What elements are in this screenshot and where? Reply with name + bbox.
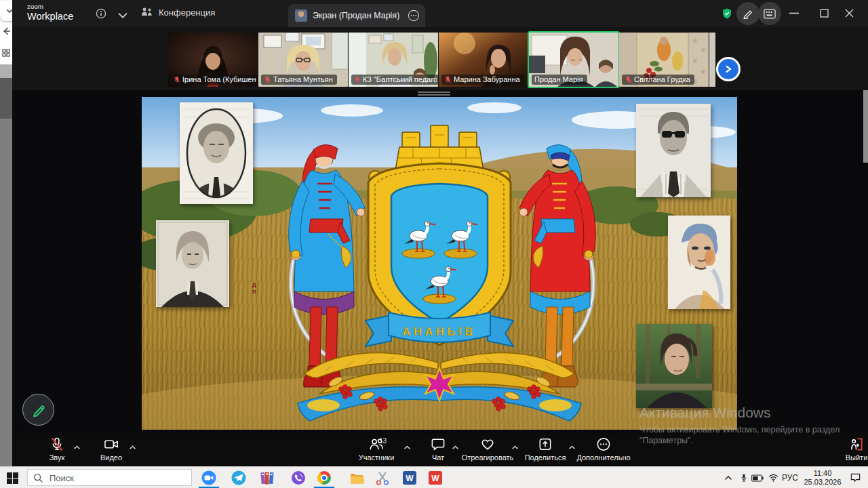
strip-resize-handle[interactable] <box>418 92 450 93</box>
shared-screen-image: АНАНЬІВ <box>142 97 737 430</box>
apps-grid-button[interactable] <box>758 2 781 25</box>
tab-avatar <box>295 9 307 22</box>
participant-label: Татьяна Мунтьян <box>261 75 337 85</box>
video-strip: Ірина Тома (Кубишен… Татьяна Мунтьян <box>12 27 868 90</box>
screen: zoom Workplace Конференция Экран (Продан… <box>0 0 868 488</box>
video-tile-partial[interactable] <box>709 33 715 87</box>
mic-muted-icon <box>625 76 632 83</box>
mic-muted-icon <box>444 76 452 83</box>
emblem-city-name: АНАНЬІВ <box>403 326 477 338</box>
participant-label: Світлана Грудка <box>622 75 694 85</box>
newspaper-fragment: дп <box>252 281 256 295</box>
meeting-toolbar: Звук Видео 13 Участники Чат Отреагироват… <box>12 434 868 466</box>
background-window-edge <box>0 0 12 466</box>
tray-time: 11:40 <box>814 469 832 478</box>
keyboard-icon <box>764 9 776 19</box>
maximize-button[interactable] <box>820 9 829 18</box>
mic-muted-icon <box>174 76 180 83</box>
leave-button[interactable]: Выйти <box>819 436 868 462</box>
participants-icon <box>141 7 153 18</box>
taskbar-word-icon[interactable]: W <box>402 470 417 485</box>
participants-count: 13 <box>379 437 387 445</box>
portrait-oval-man <box>180 102 253 204</box>
mic-muted-icon <box>354 76 361 83</box>
taskbar-search[interactable] <box>27 469 192 486</box>
action-center-icon[interactable] <box>848 467 863 488</box>
taskbar-scissors-icon[interactable] <box>375 470 390 485</box>
participant-label: Продан Марія <box>532 75 587 85</box>
more-ellipsis-icon <box>595 436 612 452</box>
word-letter: W <box>406 474 414 483</box>
tray-language[interactable]: РУС <box>780 467 800 488</box>
zoom-titlebar: zoom Workplace Конференция Экран (Продан… <box>12 0 868 27</box>
annotate-toolbar-button[interactable] <box>736 2 760 25</box>
tray-battery-icon[interactable] <box>750 467 765 488</box>
tab-more-icon[interactable] <box>408 9 420 22</box>
taskbar-zoom-icon[interactable] <box>201 470 216 485</box>
minimize-button[interactable] <box>789 12 799 14</box>
participant-label: КЗ "Балтський педаго… <box>351 75 438 85</box>
leave-label: Выйти <box>819 453 868 462</box>
tray-date: 25.03.2026 <box>804 478 841 487</box>
video-tile-kz[interactable]: КЗ "Балтський педаго… <box>349 33 438 87</box>
tray-wifi-icon[interactable] <box>766 467 780 488</box>
close-button[interactable] <box>845 9 854 18</box>
participant-label: Ірина Тома (Кубишен… <box>171 75 258 85</box>
tray-chevron-up[interactable] <box>722 467 735 488</box>
tray-clock[interactable]: 11:40 25.03.2026 <box>802 467 844 488</box>
heart-icon <box>479 436 496 452</box>
video-tile-prodan[interactable]: Продан Марія <box>529 33 618 87</box>
video-tile-irina[interactable]: Ірина Тома (Кубишен… <box>168 33 258 87</box>
taskbar-wps-icon[interactable]: W <box>428 470 443 485</box>
pencil-icon <box>32 403 45 417</box>
tab-conference[interactable]: Конференция <box>141 7 215 18</box>
mic-muted-icon <box>264 76 271 83</box>
taskbar-chrome-icon[interactable] <box>317 470 332 485</box>
share-screen-icon <box>537 436 553 452</box>
zoom-workplace-logo: zoom Workplace <box>27 3 73 21</box>
windows-taskbar: W W РУС 11:40 25.03.2026 <box>0 466 868 488</box>
taskbar-viber-icon[interactable] <box>291 470 306 485</box>
start-button[interactable] <box>7 472 18 484</box>
taskbar-winrar-icon[interactable] <box>260 470 275 485</box>
tray-mic-icon[interactable] <box>738 467 750 488</box>
pencil-icon <box>743 8 754 20</box>
video-button[interactable]: Видео <box>74 436 149 462</box>
portrait-young-man <box>156 220 229 307</box>
video-tile-tatyana[interactable]: Татьяна Мунтьян <box>258 33 348 87</box>
more-button[interactable]: Дополнительно <box>566 436 641 462</box>
brand-workplace: Workplace <box>27 12 73 22</box>
portrait-elderly-woman <box>636 324 712 408</box>
tab-screen-share[interactable]: Экран (Продан Марія) <box>288 4 425 27</box>
chat-icon <box>430 436 446 452</box>
brand-zoom: zoom <box>27 3 73 10</box>
search-icon <box>33 473 43 483</box>
portrait-man-sunglasses <box>636 104 711 197</box>
annotate-pencil-button[interactable] <box>22 394 54 426</box>
leave-meeting-icon <box>848 436 865 452</box>
video-label: Видео <box>74 453 149 462</box>
chevron-down-icon[interactable] <box>117 10 128 21</box>
taskbar-telegram-icon[interactable] <box>231 470 246 485</box>
portrait-watercolor-man <box>668 216 730 309</box>
tab-conference-label: Конференция <box>159 7 215 18</box>
camera-icon <box>103 436 119 452</box>
video-tile-svitlana[interactable]: Світлана Грудка <box>619 33 709 87</box>
next-participants-button[interactable] <box>716 57 741 81</box>
chevron-right-icon <box>725 65 732 73</box>
video-options-caret[interactable] <box>129 441 137 447</box>
more-label: Дополнительно <box>566 453 641 462</box>
taskbar-explorer-icon[interactable] <box>349 470 364 485</box>
tab-screen-label: Экран (Продан Марія) <box>313 11 408 20</box>
wps-letter: W <box>431 474 439 483</box>
security-shield-icon[interactable] <box>721 7 733 20</box>
grid-icon[interactable] <box>2 49 10 57</box>
info-icon[interactable] <box>96 8 106 19</box>
mic-muted-icon <box>49 436 65 452</box>
participant-label: Марина Забуранна <box>441 75 524 85</box>
back-arrow-icon[interactable] <box>2 27 11 35</box>
search-input[interactable] <box>48 470 186 486</box>
video-tile-marina[interactable]: Марина Забуранна <box>439 33 528 87</box>
